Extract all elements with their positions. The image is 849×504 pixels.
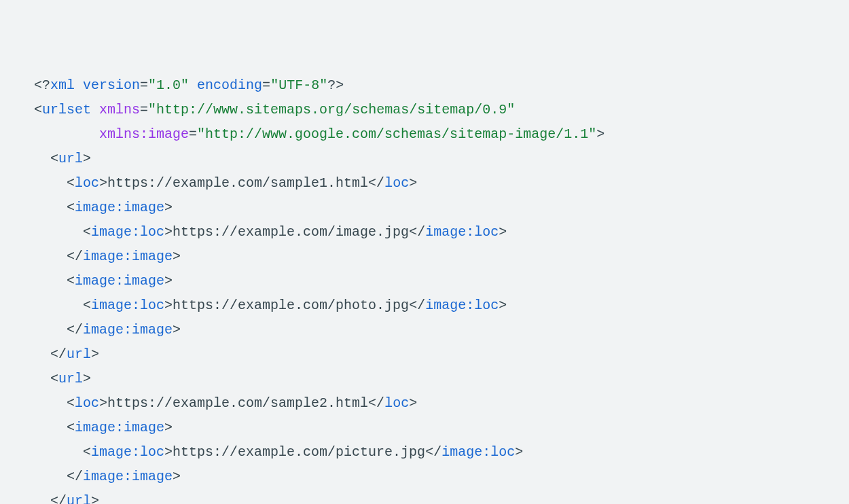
- code-line: <url>: [34, 367, 815, 391]
- code-line: <image:loc>https://example.com/picture.j…: [34, 440, 815, 465]
- code-line: <image:image>: [34, 196, 815, 220]
- code-line: <loc>https://example.com/sample2.html</l…: [34, 391, 815, 416]
- code-line: </image:image>: [34, 245, 815, 269]
- code-line: xmlns:image="http://www.google.com/schem…: [34, 122, 815, 147]
- code-line: <image:loc>https://example.com/image.jpg…: [34, 220, 815, 245]
- code-line: <image:loc>https://example.com/photo.jpg…: [34, 293, 815, 318]
- code-line: </url>: [34, 489, 815, 504]
- code-line: <image:image>: [34, 269, 815, 293]
- code-line: </image:image>: [34, 465, 815, 489]
- code-line: <urlset xmlns="http://www.sitemaps.org/s…: [34, 98, 815, 122]
- code-line: <url>: [34, 147, 815, 171]
- code-line: </image:image>: [34, 318, 815, 342]
- code-line: <loc>https://example.com/sample1.html</l…: [34, 171, 815, 196]
- code-line: <image:image>: [34, 416, 815, 440]
- code-line: </url>: [34, 342, 815, 367]
- xml-code-block: <?xml version="1.0" encoding="UTF-8"?><u…: [0, 0, 849, 504]
- code-content: <?xml version="1.0" encoding="UTF-8"?><u…: [34, 73, 815, 504]
- code-line: <?xml version="1.0" encoding="UTF-8"?>: [34, 73, 815, 98]
